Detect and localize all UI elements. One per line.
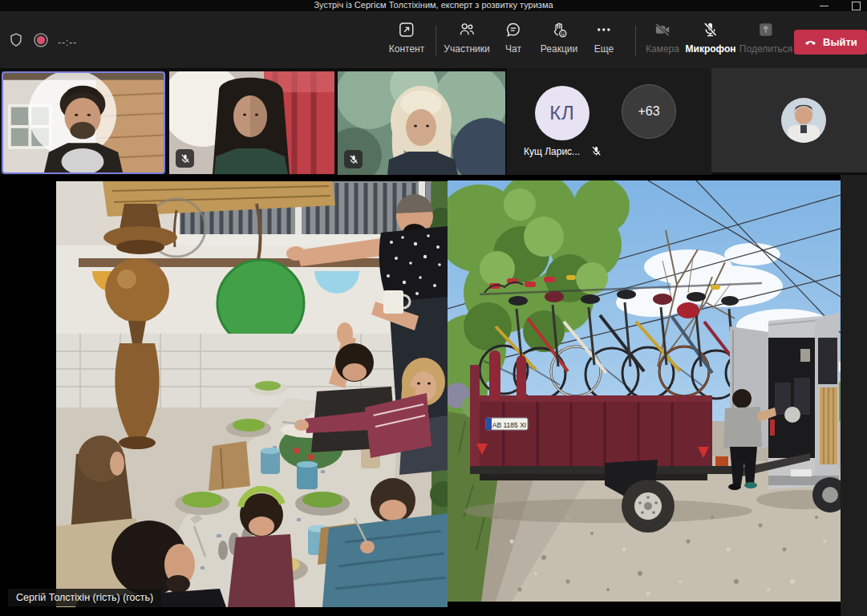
titlebar: Зустріч із Сергієм Толстіхіним, експерт … <box>0 0 867 11</box>
presenter-name-label: Сергій Толстіхін (гість) (гость) <box>8 589 161 606</box>
meeting-title: Зустріч із Сергієм Толстіхіним, експерт … <box>0 0 867 11</box>
meeting-toolbar: --:-- Контент Участники <box>0 11 867 68</box>
self-view-tile[interactable] <box>711 68 867 172</box>
leave-button[interactable]: Выйти <box>794 30 867 55</box>
self-avatar-photo <box>781 98 826 143</box>
more-label: Еще <box>594 43 614 55</box>
shared-photo-dinner <box>56 181 448 607</box>
muted-mic-badge <box>176 149 194 168</box>
reactions-button[interactable]: Реакции <box>541 18 577 64</box>
participants-icon <box>458 21 476 38</box>
more-button[interactable]: Еще <box>594 18 614 64</box>
minimize-button[interactable] <box>812 0 836 11</box>
meeting-timer: --:-- <box>58 37 77 48</box>
mic-off-icon <box>348 154 359 165</box>
camera-off-icon <box>654 21 671 38</box>
maximize-icon <box>852 2 861 10</box>
chat-button[interactable]: Чат <box>504 18 522 64</box>
microphone-label: Микрофон <box>686 43 736 55</box>
mic-off-icon <box>180 153 191 164</box>
video-feed-man <box>3 73 164 172</box>
license-plate-text: АВ 1185 ХІ <box>492 421 526 429</box>
record-indicator-icon <box>33 32 49 48</box>
share-button[interactable]: Поделиться <box>739 18 792 64</box>
microphone-button[interactable]: Микрофон <box>686 18 736 64</box>
overflow-count-badge[interactable]: +63 <box>622 84 676 139</box>
bikes-photo-graphic: АВ 1185 ХІ <box>448 180 841 602</box>
maximize-button[interactable] <box>844 0 867 11</box>
chat-label: Чат <box>505 43 521 55</box>
muted-mic-badge <box>344 150 363 168</box>
muted-mic-icon <box>590 145 602 157</box>
reactions-label: Реакции <box>541 43 577 55</box>
shared-photo-bikes: АВ 1185 ХІ <box>448 180 841 602</box>
stage-right-gutter <box>841 175 867 616</box>
participant-name: Кущ Ларис... <box>524 146 580 157</box>
participant-filmstrip: КЛ +63 Кущ Ларис... <box>0 68 867 175</box>
toolbar-divider <box>635 26 636 56</box>
content-button[interactable]: Контент <box>389 18 424 64</box>
participant-tile-kl[interactable]: КЛ +63 Кущ Ларис... <box>507 68 711 175</box>
more-dots-icon <box>595 21 613 38</box>
video-thumbnail-participant-2[interactable] <box>169 71 334 174</box>
participants-label: Участники <box>444 43 489 55</box>
video-feed-blonde-woman <box>338 71 505 175</box>
reactions-icon <box>550 21 568 38</box>
shield-icon <box>8 32 24 48</box>
content-label: Контент <box>389 43 424 55</box>
video-thumbnail-speaker[interactable] <box>2 71 165 174</box>
share-label: Поделиться <box>739 43 792 55</box>
teams-meeting-window: Зустріч із Сергієм Толстіхіним, експерт … <box>0 0 867 616</box>
share-up-arrow-icon <box>757 21 775 38</box>
toolbar-divider <box>436 26 436 56</box>
avatar-initials[interactable]: КЛ <box>535 86 589 140</box>
leave-label: Выйти <box>823 36 857 48</box>
self-avatar <box>781 98 826 143</box>
phone-hangup-icon <box>804 35 817 49</box>
minimize-icon <box>820 6 829 6</box>
camera-button[interactable]: Камера <box>646 18 679 64</box>
dinner-photo-graphic <box>56 181 448 607</box>
participants-button[interactable]: Участники <box>444 18 489 64</box>
share-content-icon <box>398 21 415 38</box>
shared-content-stage: АВ 1185 ХІ Сергій Толстіхін (гість) (гос… <box>0 175 867 616</box>
camera-label: Камера <box>646 43 679 55</box>
mic-off-icon <box>702 21 719 38</box>
video-thumbnail-participant-3[interactable] <box>338 71 505 175</box>
chat-icon <box>504 21 522 38</box>
